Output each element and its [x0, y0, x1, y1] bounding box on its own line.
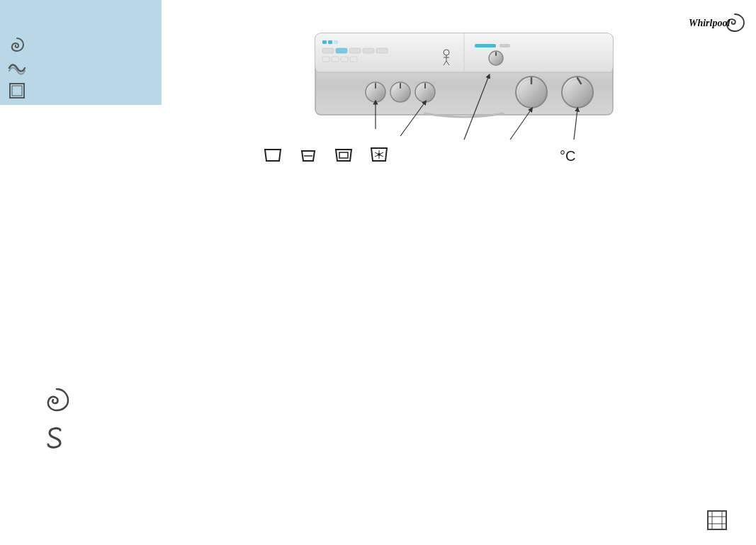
svg-line-42 [464, 76, 489, 140]
svg-rect-8 [328, 40, 332, 44]
bottom-s-logo [43, 423, 71, 454]
svg-rect-25 [500, 44, 510, 47]
wash-symbol-4 [368, 145, 390, 164]
svg-point-34 [366, 82, 385, 102]
svg-text:Whirlpool: Whirlpool [689, 18, 730, 28]
svg-line-23 [446, 61, 449, 65]
svg-line-33 [577, 78, 581, 84]
svg-rect-3 [315, 33, 613, 115]
svg-rect-46 [339, 152, 348, 158]
symbols-row: °C [262, 145, 588, 164]
svg-rect-24 [475, 44, 496, 47]
svg-line-43 [510, 109, 531, 140]
sidebar-swirl-icon [7, 35, 27, 55]
bottom-right-icon [706, 510, 728, 534]
appliance-diagram [312, 30, 616, 157]
svg-rect-52 [708, 511, 726, 529]
svg-line-41 [400, 102, 425, 136]
svg-rect-1 [12, 86, 22, 96]
svg-text:°C: °C [560, 148, 575, 164]
svg-point-32 [565, 79, 590, 105]
bottom-left-logos [43, 386, 71, 454]
svg-rect-4 [315, 33, 613, 72]
svg-point-31 [562, 77, 593, 108]
bottom-swirl-logo [43, 386, 71, 417]
svg-rect-15 [322, 57, 329, 62]
sidebar-icon-group [7, 35, 27, 101]
svg-rect-18 [350, 57, 357, 62]
sidebar [0, 0, 162, 105]
svg-rect-11 [336, 48, 347, 53]
svg-point-36 [390, 82, 410, 102]
svg-point-29 [519, 79, 544, 105]
svg-rect-12 [349, 48, 361, 53]
wash-symbol-1 [262, 145, 283, 164]
svg-point-19 [444, 50, 449, 55]
svg-rect-7 [322, 40, 327, 44]
temp-symbol: °C [560, 145, 588, 164]
svg-rect-17 [341, 57, 348, 62]
svg-point-28 [516, 77, 547, 108]
svg-line-22 [444, 61, 446, 65]
whirlpool-logo: Whirlpool [685, 4, 749, 43]
wash-symbol-3 [333, 145, 354, 164]
svg-rect-16 [332, 57, 339, 62]
svg-rect-13 [363, 48, 374, 53]
sidebar-frame-icon [7, 81, 27, 101]
wash-symbol-2 [298, 145, 319, 164]
svg-rect-9 [334, 40, 338, 44]
svg-rect-14 [376, 48, 388, 53]
svg-rect-10 [322, 48, 334, 53]
svg-line-44 [574, 109, 577, 140]
svg-point-38 [415, 82, 435, 102]
sidebar-wave-icon [7, 58, 27, 78]
svg-point-26 [489, 51, 503, 65]
